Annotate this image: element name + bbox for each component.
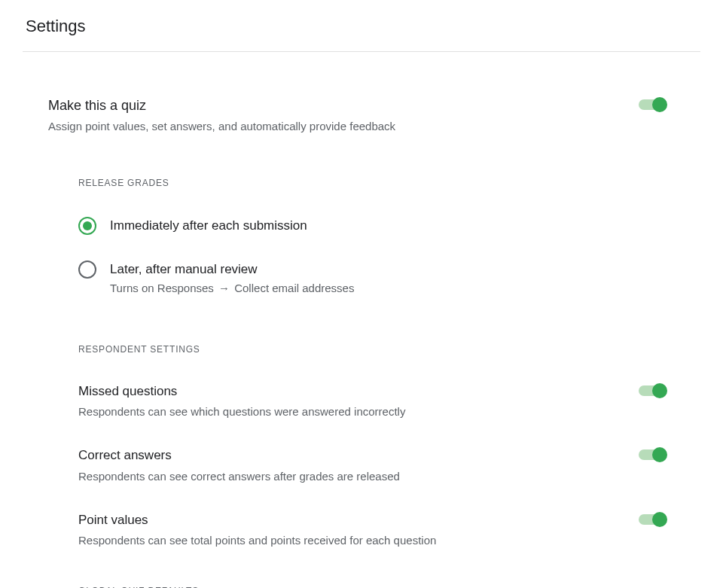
setting-correct-answers-text: Correct answers Respondents can see corr… — [78, 447, 609, 483]
point-values-toggle[interactable] — [639, 512, 675, 527]
toggle-thumb — [652, 383, 667, 398]
page-title: Settings — [26, 17, 697, 36]
setting-missed-questions: Missed questions Respondents can see whi… — [78, 373, 675, 430]
release-option-later-sub-suffix: Collect email addresses — [231, 282, 354, 294]
setting-point-values-title: Point values — [78, 512, 578, 529]
setting-point-values: Point values Respondents can see total p… — [78, 501, 675, 559]
release-option-later-sub: Turns on Responses → Collect email addre… — [110, 282, 354, 294]
setting-missed-questions-sub: Respondents can see which questions were… — [78, 404, 578, 419]
make-quiz-text: Make this a quiz Assign point values, se… — [48, 97, 609, 134]
setting-missed-questions-title: Missed questions — [78, 383, 578, 400]
release-option-later-sub-prefix: Turns on Responses — [110, 282, 217, 294]
toggle-thumb — [652, 447, 667, 462]
settings-page: Settings Make this a quiz Assign point v… — [0, 0, 723, 588]
release-option-immediate-text: Immediately after each submission — [110, 217, 307, 235]
setting-point-values-sub: Respondents can see total points and poi… — [78, 533, 578, 548]
respondent-settings-list: Missed questions Respondents can see whi… — [78, 373, 675, 559]
settings-content: Make this a quiz Assign point values, se… — [0, 52, 723, 588]
radio-unselected-icon — [78, 260, 96, 279]
radio-selected-icon — [78, 217, 96, 235]
toggle-thumb — [652, 97, 667, 112]
make-quiz-subtitle: Assign point values, set answers, and au… — [48, 119, 609, 134]
make-quiz-title: Make this a quiz — [48, 97, 609, 114]
toggle-thumb — [652, 512, 667, 527]
release-option-immediate-label: Immediately after each submission — [110, 217, 307, 235]
setting-correct-answers: Correct answers Respondents can see corr… — [78, 437, 675, 494]
setting-correct-answers-title: Correct answers — [78, 447, 578, 464]
respondent-settings-heading: Respondent settings — [78, 344, 675, 355]
release-option-later-label: Later, after manual review — [110, 260, 354, 279]
release-option-later-text: Later, after manual review Turns on Resp… — [110, 260, 354, 294]
release-grades-options: Immediately after each submission Later,… — [78, 209, 675, 302]
release-option-immediate[interactable]: Immediately after each submission — [78, 209, 675, 242]
release-grades-heading: Release grades — [78, 178, 675, 188]
setting-correct-answers-sub: Respondents can see correct answers afte… — [78, 469, 578, 484]
missed-questions-toggle[interactable] — [639, 383, 675, 398]
settings-header: Settings — [0, 0, 723, 51]
release-option-later[interactable]: Later, after manual review Turns on Resp… — [78, 253, 675, 302]
make-quiz-toggle[interactable] — [639, 97, 675, 112]
radio-inner-dot — [83, 221, 92, 230]
correct-answers-toggle[interactable] — [639, 447, 675, 462]
arrow-right-icon: → — [217, 282, 231, 294]
setting-point-values-text: Point values Respondents can see total p… — [78, 512, 609, 548]
setting-missed-questions-text: Missed questions Respondents can see whi… — [78, 383, 609, 419]
make-quiz-row: Make this a quiz Assign point values, se… — [48, 97, 675, 134]
